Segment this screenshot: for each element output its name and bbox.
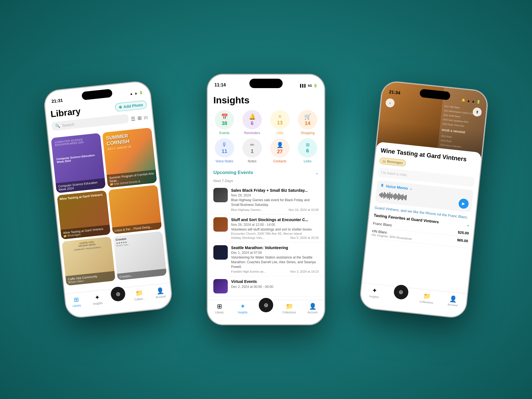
event-item-4[interactable]: Virtual Events Dec 2, 2024 at 00:00 - 00… bbox=[208, 276, 324, 296]
insight-item-voice-notes[interactable]: 🎙 11 Voice Notes bbox=[212, 138, 237, 163]
nav-collections-center[interactable]: 📁 Collections bbox=[281, 303, 298, 314]
wf-bar bbox=[405, 195, 407, 200]
library-nav-label: Library bbox=[73, 304, 81, 308]
library-card-cs[interactable]: COMPUTER SCIENCE EDUCATION WEEK 2024 Com… bbox=[51, 133, 106, 193]
phone-left-screen: 21:31 ▲ ▲ 🔋 Library ⊕ Add Photo 🔍 Search bbox=[44, 81, 172, 318]
nav-insights-left[interactable]: ✦ Insights bbox=[89, 293, 106, 306]
event-timestamp-2: Nov 5, 2024 at 20:20 bbox=[290, 236, 319, 239]
nav-center-left[interactable]: ⊛ bbox=[109, 288, 127, 302]
event-timestamp-3: Nov 3, 2024 at 19:23 bbox=[290, 270, 319, 273]
phone-center-screen: 11:14 ▌▌▌ 5G 🔋 Insights 📅 38 Events bbox=[208, 75, 324, 324]
library-icon-center: ⊞ bbox=[217, 303, 222, 310]
nav-library-center[interactable]: ⊞ Library bbox=[211, 303, 228, 314]
nav-center-right[interactable]: ⊛ bbox=[392, 286, 410, 300]
next-7-days-label: Next 7 Days bbox=[208, 178, 324, 185]
crouton-footer: Crouton... bbox=[117, 268, 167, 280]
battery-center-icon: 🔋 bbox=[313, 84, 318, 88]
grid3-view-icon[interactable]: ⁞⁞⁞ bbox=[144, 115, 148, 120]
account-nav-label-left: Account bbox=[155, 295, 166, 299]
add-photo-button[interactable]: ⊕ Add Photo bbox=[115, 100, 147, 112]
collections-label-center: Collections bbox=[283, 311, 296, 314]
phone-center: 11:14 ▌▌▌ 5G 🔋 Insights 📅 38 Events bbox=[208, 75, 324, 324]
nav-insights-right[interactable]: ✦ Insights bbox=[365, 286, 383, 299]
nav-account-center[interactable]: 👤 Account bbox=[304, 303, 321, 314]
wine-tag-beverages[interactable]: 🗂 Beverages bbox=[379, 157, 406, 167]
back-icon: ‹ bbox=[389, 101, 391, 105]
event-title-1: Sales Black Friday + Small Biz Saturday.… bbox=[231, 188, 319, 193]
event-date-4: Dec 2, 2024 at 00:00 - 00:00 bbox=[231, 285, 319, 289]
library-card-caffe[interactable]: CAFFE VITA HOLIDAY DRIVE COMMUNITY PASSA… bbox=[62, 237, 116, 286]
center-nav-button[interactable]: ⊛ bbox=[110, 286, 126, 302]
nav-library[interactable]: ⊞ Library bbox=[68, 295, 85, 308]
shopping-label: Shopping bbox=[301, 131, 315, 135]
library-card-wine[interactable]: Wine Tasting at Gard Vintners Wine Tasti… bbox=[57, 190, 111, 240]
phone-left: 21:31 ▲ ▲ 🔋 Library ⊕ Add Photo 🔍 Search bbox=[44, 81, 172, 318]
wine-item-2-price: $65.00 bbox=[457, 238, 468, 246]
dynamic-island-center bbox=[249, 79, 283, 88]
lists-count: 13 bbox=[277, 120, 283, 126]
grid-view-icon[interactable]: ⊞ bbox=[137, 115, 142, 121]
nav-collections-left[interactable]: 📁 Collect... bbox=[131, 289, 148, 301]
nav-account-right[interactable]: 👤 Account bbox=[444, 295, 462, 307]
status-time-center: 11:14 bbox=[214, 83, 226, 88]
library-card-summer[interactable]: SUMMER CORNISH JULY 4 - AUGUST 25 Summer… bbox=[102, 127, 157, 188]
nav-account-left[interactable]: 👤 Account bbox=[151, 287, 169, 299]
event-date-2: Nov 29, 2024 at 12:00 - 14:00 bbox=[231, 223, 319, 227]
event-title-2: Stuff and Sort Stockings at Encounter C.… bbox=[231, 217, 319, 222]
notes-count: 1 bbox=[251, 149, 254, 154]
contacts-count: 27 bbox=[277, 149, 283, 155]
event-thumb-1 bbox=[213, 188, 228, 202]
event-desc-1: Blue Highway Games sale event for Black … bbox=[231, 198, 319, 207]
favorites-chevron-icon[interactable]: ⌄ bbox=[466, 223, 470, 227]
lists-circle: ≡ 13 bbox=[270, 110, 290, 129]
insight-item-links[interactable]: ⊞ 6 Links bbox=[295, 138, 320, 163]
wf-bar bbox=[385, 193, 386, 198]
voice-memo-chevron: ⌄ bbox=[410, 186, 413, 191]
insight-item-contacts[interactable]: 👤 27 Contacts bbox=[268, 138, 292, 163]
center-btn-center[interactable]: ⊛ bbox=[259, 298, 273, 312]
wf-bar bbox=[379, 194, 380, 196]
play-button[interactable]: ▶ bbox=[458, 198, 469, 209]
insight-item-shopping[interactable]: 🛒 14 Shopping bbox=[295, 110, 320, 135]
event-item-3[interactable]: Seattle Marathon: Volunteering Dec 1, 20… bbox=[208, 242, 324, 277]
links-icon: ⊞ bbox=[306, 142, 310, 147]
account-icon-right: 👤 bbox=[449, 295, 457, 303]
beverages-icon: 🗂 bbox=[382, 159, 386, 163]
event-info-1: Sales Black Friday + Small Biz Saturday.… bbox=[231, 188, 319, 211]
event-info-2: Stuff and Sort Stockings at Encounter C.… bbox=[231, 217, 319, 239]
links-label: Links bbox=[304, 159, 311, 163]
library-card-lotus[interactable]: Lotus & Fer... Floral Desig... bbox=[108, 185, 162, 234]
wf-bar bbox=[392, 195, 393, 197]
event-source-3: Franklin High Events an... bbox=[231, 270, 266, 273]
insight-item-lists[interactable]: ≡ 13 Lists bbox=[268, 110, 292, 135]
upcoming-title: Upcoming Events bbox=[213, 170, 253, 175]
upcoming-chevron-icon[interactable]: ⌄ bbox=[315, 170, 319, 175]
notes-circle: ✏ 1 bbox=[242, 138, 262, 158]
event-item-2[interactable]: Stuff and Sort Stockings at Encounter C.… bbox=[208, 214, 324, 242]
collections-label-right: Collections bbox=[420, 300, 433, 304]
voice-notes-count: 11 bbox=[222, 149, 227, 154]
insight-item-reminders[interactable]: 🔔 6 Reminders bbox=[240, 110, 264, 135]
voice-memo-label: Voice Memo bbox=[386, 184, 408, 190]
events-label: Events bbox=[219, 131, 230, 135]
event-desc-3: Volunteering for Water Station assistanc… bbox=[231, 255, 319, 269]
event-thumb-4 bbox=[213, 279, 228, 293]
phone-right: 21:34 🔔 ▲ ▲ 🔋 ‹ ⬆ 2017 WM Blanc 2 bbox=[360, 81, 488, 318]
insight-item-events[interactable]: 📅 38 Events bbox=[212, 110, 237, 135]
insights-icon-grid: 📅 38 Events 🔔 6 Reminders ≡ bbox=[208, 110, 324, 168]
nav-collections-right[interactable]: 📁 Collections bbox=[418, 292, 436, 305]
library-card-crouton[interactable]: Crouton ★★★★★ What's New › Crouton... bbox=[113, 231, 167, 280]
account-label-center: Account bbox=[308, 311, 318, 314]
insight-item-notes[interactable]: ✏ 1 Notes bbox=[240, 138, 264, 163]
search-placeholder: Search bbox=[62, 122, 75, 128]
events-circle: 📅 38 bbox=[215, 110, 234, 129]
library-nav-icon: ⊞ bbox=[73, 296, 79, 304]
wf-bar bbox=[386, 194, 387, 197]
event-item-1[interactable]: Sales Black Friday + Small Biz Saturday.… bbox=[208, 185, 324, 214]
nav-insights-center[interactable]: ✦ Insights bbox=[234, 303, 251, 314]
contacts-circle: 👤 27 bbox=[270, 138, 290, 158]
account-label-right: Account bbox=[447, 303, 458, 307]
list-view-icon[interactable]: ☰ bbox=[131, 116, 135, 122]
events-count: 38 bbox=[222, 121, 227, 126]
nav-center-center[interactable]: ⊛ bbox=[258, 300, 274, 312]
